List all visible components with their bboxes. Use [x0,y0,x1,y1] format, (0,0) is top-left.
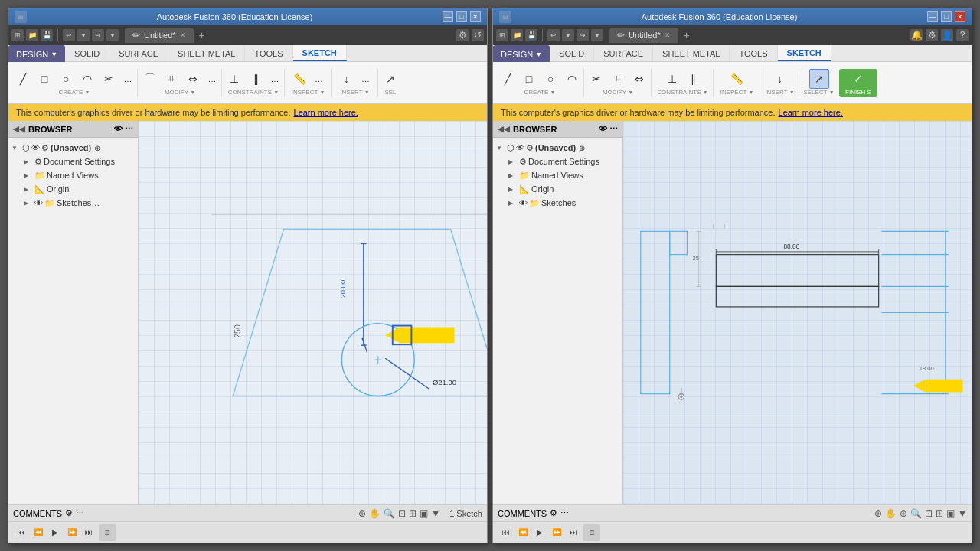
left-comments-settings[interactable]: ⚙ [65,508,73,518]
left-browser-more-icon[interactable]: ⋯ [125,124,133,134]
right-prev-btn[interactable]: ⏪ [516,526,530,540]
right-canvas[interactable]: 88.00 25 18.00 [623,121,972,504]
left-hand-icon[interactable]: ✋ [369,508,381,519]
right-arc-icon[interactable]: ◠ [562,69,582,89]
right-zoom-icon[interactable]: 🔍 [910,508,922,519]
left-tab-sketch[interactable]: SKETCH [293,45,347,61]
left-undo-arrow-icon[interactable]: ▼ [77,29,90,41]
right-finish-icon[interactable]: ✓ [848,69,868,89]
right-grid-btn[interactable]: ⊞ [936,508,943,519]
right-tab-solid[interactable]: SOLID [550,45,594,61]
left-doc-tab[interactable]: ✏ Untitled* ✕ [125,28,194,43]
right-user-icon[interactable]: 👤 [941,29,953,41]
right-unsaved-btn[interactable]: ⊕ [579,144,585,152]
right-browser-collapse[interactable]: ◀◀ [498,125,510,133]
left-grid-btn[interactable]: ⊞ [409,508,416,519]
left-browser-collapse[interactable]: ◀◀ [13,125,25,133]
right-coincident-icon[interactable]: ⊥ [662,69,682,89]
right-loupe-icon[interactable]: ⊕ [900,508,907,519]
left-circle-icon[interactable]: ○ [56,69,76,89]
right-tab-tools[interactable]: TOOLS [730,45,777,61]
right-skip-fwd-btn[interactable]: ⏭ [567,526,580,540]
right-undo-icon[interactable]: ↩ [547,29,560,41]
right-tree-origin[interactable]: ▶ 📐 Origin [505,182,622,196]
left-prev-btn[interactable]: ⏪ [31,526,45,540]
left-rect-icon[interactable]: □ [34,69,54,89]
left-tree-namedviews[interactable]: ▶ 📁 Named Views [21,168,138,182]
right-view-icon[interactable]: ▣ [946,508,955,519]
right-timeline-icon[interactable]: ≡ [583,524,600,541]
left-tree-docsettings[interactable]: ▶ ⚙ Document Settings [21,155,138,168]
right-tree-namedviews[interactable]: ▶ 📁 Named Views [505,168,622,182]
left-tab-close[interactable]: ✕ [180,31,186,39]
left-browser-eye-icon[interactable]: 👁 [114,124,122,134]
left-timeline-icon[interactable]: ≡ [99,524,116,541]
left-view-icon[interactable]: ▣ [420,508,428,519]
left-more-icon[interactable]: … [120,71,136,86]
left-insert-more[interactable]: … [358,71,374,86]
left-undo-icon[interactable]: ↩ [63,29,75,41]
left-apps-icon[interactable]: ⊞ [11,29,24,41]
right-rect-icon[interactable]: □ [519,69,539,89]
left-coincident-icon[interactable]: ⊥ [224,69,244,89]
left-open-icon[interactable]: 📁 [26,29,38,41]
left-tab-solid[interactable]: SOLID [65,45,109,61]
left-line-icon[interactable]: ╱ [13,69,33,89]
left-insert-icon[interactable]: ↓ [337,69,357,89]
right-tree-sketches[interactable]: ▶ 👁 📁 Sketches [505,196,622,210]
left-close-btn[interactable]: ✕ [470,11,481,22]
left-add-tab[interactable]: + [195,29,209,41]
right-comments-expand[interactable]: ⋯ [560,508,569,518]
right-restore-btn[interactable]: □ [941,11,952,22]
right-apps-icon[interactable]: ⊞ [496,29,508,41]
right-tab-sheetmetal[interactable]: SHEET METAL [653,45,730,61]
left-modify-more[interactable]: … [204,71,220,86]
right-cursor-icon[interactable]: ↗ [809,69,829,89]
right-fitview-icon[interactable]: ⊡ [925,508,933,519]
right-tab-sketch[interactable]: SKETCH [778,45,831,61]
left-skip-fwd-btn[interactable]: ⏭ [82,526,96,540]
right-offset-icon[interactable]: ⌗ [608,69,628,89]
left-inspect-more[interactable]: … [312,71,327,86]
left-save-icon[interactable]: 💾 [41,29,53,41]
right-circle-icon[interactable]: ○ [541,69,560,89]
left-tab-tools[interactable]: TooLs [245,45,292,61]
right-tree-docsettings[interactable]: ▶ ⚙ Document Settings [505,155,622,168]
right-measure-icon[interactable]: 📏 [727,69,747,89]
left-refresh-icon[interactable]: ↺ [472,29,484,41]
right-doc-tab[interactable]: ✏ Untitled* ✕ [609,28,678,43]
right-help-icon[interactable]: ? [956,29,969,41]
right-redo-icon[interactable]: ↪ [577,29,589,41]
left-mirror-icon[interactable]: ⇔ [183,69,203,89]
right-mirror-icon[interactable]: ⇔ [629,69,649,89]
left-next-btn[interactable]: ⏩ [65,526,79,540]
left-constraints-more[interactable]: … [267,71,283,86]
right-comments-settings[interactable]: ⚙ [550,508,557,518]
left-parallel-icon[interactable]: ∥ [246,69,266,89]
left-redo-icon[interactable]: ↪ [92,29,104,41]
left-minimize-btn[interactable]: — [443,11,453,22]
left-offset-icon[interactable]: ⌗ [162,69,181,89]
right-hand-icon[interactable]: ✋ [885,508,897,519]
left-sel-icon[interactable]: ↗ [381,69,400,89]
left-tab-sheetmetal[interactable]: SHEET METAL [168,45,245,61]
left-settings-icon[interactable]: ⚙ [456,29,469,41]
right-parallel-icon[interactable]: ∥ [684,69,704,89]
left-canvas[interactable]: 20.00 Ø21.00 250 [139,121,487,504]
right-redo-arrow-icon[interactable]: ▼ [591,29,603,41]
left-display-icon[interactable]: ▼ [431,508,440,519]
right-open-icon[interactable]: 📁 [511,29,523,41]
right-warning-link[interactable]: Learn more here. [779,108,843,117]
right-close-btn[interactable]: ✕ [955,11,965,22]
right-insert-icon[interactable]: ↓ [770,69,790,89]
left-skip-back-btn[interactable]: ⏮ [15,526,28,540]
right-grid-icon[interactable]: ⊞ [499,11,511,23]
right-nav-icon[interactable]: ⊕ [874,508,882,519]
left-trim-icon[interactable]: ✂ [99,69,119,89]
right-settings-icon[interactable]: ⚙ [926,29,938,41]
right-tab-surface[interactable]: SURFACE [594,45,653,61]
right-display-icon[interactable]: ▼ [958,508,967,519]
left-redo-arrow-icon[interactable]: ▼ [106,29,119,41]
left-tree-unsaved[interactable]: ▼ ⬡ 👁 ⚙ (Unsaved) ⊕ [8,141,138,155]
right-save-icon[interactable]: 💾 [525,29,537,41]
